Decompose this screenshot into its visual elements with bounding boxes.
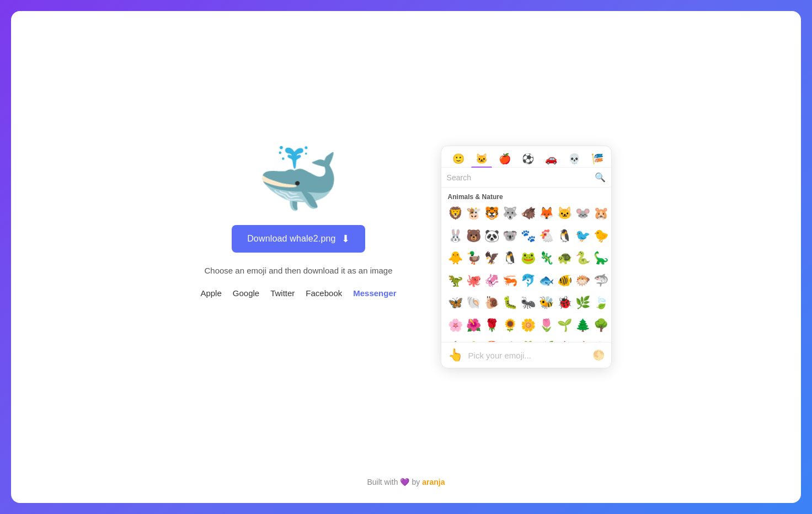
tab-food[interactable]: 🍎 xyxy=(494,151,515,167)
main-content: 🐳 Download whale2.png ⬇ Choose an emoji … xyxy=(33,146,779,368)
emoji-cell[interactable]: 🐹 xyxy=(592,204,610,223)
tab-objects[interactable]: 💀 xyxy=(564,151,585,167)
category-label: Animals & Nature xyxy=(447,193,606,201)
tab-symbols[interactable]: 🎏 xyxy=(587,151,608,167)
emoji-cell[interactable]: 🦕 xyxy=(592,249,610,268)
emoji-cell[interactable]: 🐡 xyxy=(574,271,591,291)
emoji-cell[interactable]: 🐮 xyxy=(465,204,482,223)
style-links: Apple Google Twitter Facebook Messenger xyxy=(200,288,396,298)
by-text: by xyxy=(412,478,420,486)
emoji-cell[interactable]: 🐨 xyxy=(501,227,519,246)
emoji-cell[interactable]: 🐦 xyxy=(574,227,591,246)
picker-body: Animals & Nature 🦁 🐮 🐯 🐺 🐗 🦊 🐱 🐭 🐹 🐰 🐻 🐼 xyxy=(441,188,611,342)
tab-smileys[interactable]: 🙂 xyxy=(448,151,469,167)
emoji-cell[interactable]: 🌻 xyxy=(501,316,519,335)
emoji-cell[interactable]: 🐾 xyxy=(520,227,537,246)
emoji-cell[interactable]: 🐝 xyxy=(538,293,555,313)
footer-pointing-icon: 👆 xyxy=(448,348,463,362)
emoji-cell[interactable]: 🦈 xyxy=(592,271,610,291)
emoji-cell[interactable]: 🦐 xyxy=(501,271,519,291)
download-button[interactable]: Download whale2.png ⬇ xyxy=(232,225,365,253)
emoji-cell[interactable]: 🦅 xyxy=(483,249,500,268)
emoji-cell[interactable]: 🐬 xyxy=(520,271,537,291)
built-with-text: Built with xyxy=(367,478,398,486)
emoji-cell[interactable]: 🌹 xyxy=(483,316,500,335)
picker-footer: 👆 Pick your emoji... 🌕 xyxy=(441,342,611,368)
emoji-cell[interactable]: 🐧 xyxy=(501,249,519,268)
emoji-cell[interactable]: 🌿 xyxy=(574,293,591,313)
emoji-grid-row3: 🐥 🦆 🦅 🐧 🐸 🦎 🐢 🐍 🦕 xyxy=(447,249,606,268)
emoji-cell[interactable]: 🐢 xyxy=(556,249,573,268)
tab-flags[interactable]: 🚩 xyxy=(610,151,612,167)
emoji-cell[interactable]: 🐗 xyxy=(520,204,537,223)
emoji-cell[interactable]: 🐯 xyxy=(483,204,500,223)
style-link-apple[interactable]: Apple xyxy=(200,288,221,298)
emoji-grid-row2: 🐰 🐻 🐼 🐨 🐾 🐔 🐧 🐦 🐤 xyxy=(447,227,606,246)
emoji-cell[interactable]: 🦖 xyxy=(447,271,464,291)
footer-dot: 🌕 xyxy=(592,349,605,361)
emoji-cell[interactable]: 🌷 xyxy=(538,316,555,335)
emoji-cell[interactable]: 🦊 xyxy=(538,204,555,223)
style-link-messenger[interactable]: Messenger xyxy=(353,288,396,298)
whale-emoji: 🐳 xyxy=(257,146,340,212)
emoji-cell[interactable]: 🐙 xyxy=(465,271,482,291)
emoji-cell[interactable]: 🦁 xyxy=(447,204,464,223)
instruction-text: Choose an emoji and then download it as … xyxy=(204,266,392,275)
emoji-cell[interactable]: 🐺 xyxy=(501,204,519,223)
emoji-cell[interactable]: 🐥 xyxy=(447,249,464,268)
emoji-cell[interactable]: 🐌 xyxy=(483,293,500,313)
tab-animals[interactable]: 🐱 xyxy=(471,151,492,167)
emoji-grid-row5: 🦋 🐚 🐌 🐛 🐜 🐝 🐞 🌿 🍃 xyxy=(447,293,606,313)
style-link-google[interactable]: Google xyxy=(233,288,259,298)
emoji-grid-row6: 🌸 🌺 🌹 🌻 🌼 🌷 🌱 🌲 🌳 xyxy=(447,316,606,335)
emoji-cell[interactable]: 🦑 xyxy=(483,271,500,291)
emoji-cell[interactable]: 🐛 xyxy=(501,293,519,313)
built-with-footer: Built with 💜 by aranja xyxy=(367,478,445,486)
emoji-cell[interactable]: 🍃 xyxy=(592,293,610,313)
picker-tabs: 🙂 🐱 🍎 ⚽ 🚗 💀 🎏 🚩 xyxy=(441,146,611,168)
emoji-cell[interactable]: 🌺 xyxy=(465,316,482,335)
search-icon[interactable]: 🔍 xyxy=(595,172,606,183)
emoji-cell[interactable]: 🦆 xyxy=(465,249,482,268)
emoji-cell[interactable]: 🐞 xyxy=(556,293,573,313)
tab-activities[interactable]: ⚽ xyxy=(517,151,538,167)
emoji-cell[interactable]: 🐻 xyxy=(465,227,482,246)
emoji-cell[interactable]: 🐱 xyxy=(556,204,573,223)
emoji-grid-row4: 🦖 🐙 🦑 🦐 🐬 🐟 🐠 🐡 🦈 xyxy=(447,271,606,291)
tab-travel[interactable]: 🚗 xyxy=(541,151,562,167)
emoji-cell[interactable]: 🐸 xyxy=(520,249,537,268)
author-link[interactable]: aranja xyxy=(422,478,445,486)
emoji-cell[interactable]: 🐼 xyxy=(483,227,500,246)
emoji-cell[interactable]: 🌲 xyxy=(574,316,591,335)
emoji-cell[interactable]: 🐜 xyxy=(520,293,537,313)
left-panel: 🐳 Download whale2.png ⬇ Choose an emoji … xyxy=(200,146,396,298)
emoji-cell[interactable]: 🐰 xyxy=(447,227,464,246)
emoji-cell[interactable]: 🌱 xyxy=(556,316,573,335)
emoji-cell[interactable]: 🐠 xyxy=(556,271,573,291)
heart-icon: 💜 xyxy=(400,478,409,486)
footer-placeholder: Pick your emoji... xyxy=(468,351,587,360)
emoji-cell[interactable]: 🦋 xyxy=(447,293,464,313)
emoji-grid-row1: 🦁 🐮 🐯 🐺 🐗 🦊 🐱 🐭 🐹 xyxy=(447,204,606,223)
picker-search-bar: 🔍 xyxy=(441,168,611,188)
emoji-cell[interactable]: 🐭 xyxy=(574,204,591,223)
app-container: 🐳 Download whale2.png ⬇ Choose an emoji … xyxy=(11,11,801,503)
emoji-cell[interactable]: 🐔 xyxy=(538,227,555,246)
emoji-cell[interactable]: 🌸 xyxy=(447,316,464,335)
emoji-picker: 🙂 🐱 🍎 ⚽ 🚗 💀 🎏 🚩 🔍 Animals & Nature 🦁 xyxy=(441,146,612,368)
emoji-cell[interactable]: 🐚 xyxy=(465,293,482,313)
download-icon: ⬇ xyxy=(341,233,350,245)
emoji-cell[interactable]: 🐟 xyxy=(538,271,555,291)
download-button-label: Download whale2.png xyxy=(247,234,336,244)
style-link-twitter[interactable]: Twitter xyxy=(270,288,295,298)
emoji-cell[interactable]: 🐧 xyxy=(556,227,573,246)
emoji-cell[interactable]: 🦎 xyxy=(538,249,555,268)
emoji-cell[interactable]: 🌳 xyxy=(592,316,610,335)
style-link-facebook[interactable]: Facebook xyxy=(306,288,342,298)
emoji-cell[interactable]: 🐤 xyxy=(592,227,610,246)
emoji-cell[interactable]: 🐍 xyxy=(574,249,591,268)
emoji-cell[interactable]: 🌼 xyxy=(520,316,537,335)
search-input[interactable] xyxy=(447,173,590,182)
